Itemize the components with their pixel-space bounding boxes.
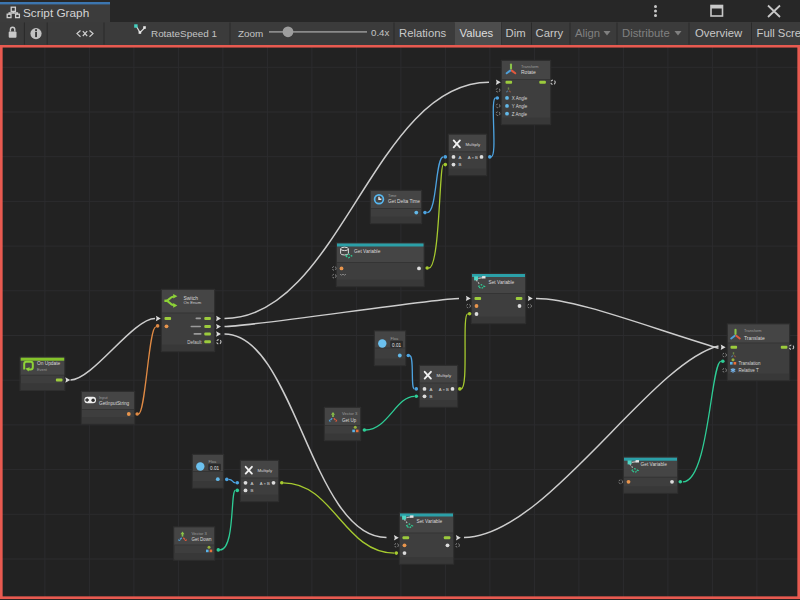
svg-text:0.4x: 0.4x [371,27,389,38]
svg-text:Get Up: Get Up [342,418,357,423]
svg-text:GetInputString: GetInputString [99,401,130,406]
svg-text:Default: Default [187,340,202,345]
svg-text:Input: Input [99,395,109,400]
svg-text:Carry: Carry [536,27,564,39]
svg-text:Vector 3: Vector 3 [342,411,358,416]
svg-text:Script Graph: Script Graph [23,6,89,20]
svg-text:A × B: A × B [468,155,478,160]
svg-text:Zoom: Zoom [238,28,263,39]
svg-text:Transform: Transform [744,328,762,333]
svg-text:Multiply: Multiply [466,142,481,147]
svg-text:Align: Align [575,27,600,39]
svg-text:A × B: A × B [260,481,270,486]
svg-text:Get Down: Get Down [192,537,213,542]
svg-text:Rotate: Rotate [521,69,536,75]
svg-text:0.01: 0.01 [392,343,401,348]
svg-text:Translation: Translation [739,361,762,366]
svg-text:Dim: Dim [506,27,526,39]
svg-text:Z Angle: Z Angle [512,112,528,117]
svg-text:Values: Values [460,27,494,39]
svg-text:Translate: Translate [744,335,765,341]
svg-text:A: A [430,387,433,392]
svg-text:Set Variable: Set Variable [417,519,443,524]
svg-text:B: B [459,162,462,167]
svg-text:Get Delta Time: Get Delta Time [388,199,420,204]
svg-text:B: B [251,488,254,493]
svg-text:Multiply: Multiply [437,373,452,378]
svg-text:Set Variable: Set Variable [489,280,515,285]
svg-text:On Enum: On Enum [184,300,202,305]
svg-text:Time: Time [388,193,397,198]
svg-text:RotateSpeed 1: RotateSpeed 1 [151,28,217,39]
svg-text:0.01: 0.01 [210,466,219,471]
svg-text:A × B: A × B [439,387,449,392]
svg-text:Y Angle: Y Angle [512,104,528,109]
svg-text:Vector 3: Vector 3 [192,531,208,536]
svg-text:Get Variable: Get Variable [354,249,381,254]
svg-text:A: A [251,481,254,486]
svg-text:X Angle: X Angle [512,96,528,101]
svg-text:Floa: Floa [391,336,399,341]
svg-text:Event: Event [37,367,48,372]
svg-text:A: A [459,155,462,160]
svg-text:On Update: On Update [37,361,61,366]
svg-text:Relative T: Relative T [739,368,759,373]
svg-text:Relations: Relations [399,27,446,39]
svg-text:Overview: Overview [695,27,743,39]
svg-text:Transform: Transform [521,64,539,69]
svg-text:Get Variable: Get Variable [641,462,668,467]
svg-text:Full Scre: Full Scre [757,27,800,39]
svg-text:Distribute: Distribute [622,27,670,39]
svg-text:Floa: Floa [209,459,217,464]
svg-text:Multiply: Multiply [258,468,273,473]
svg-text:B: B [430,394,433,399]
